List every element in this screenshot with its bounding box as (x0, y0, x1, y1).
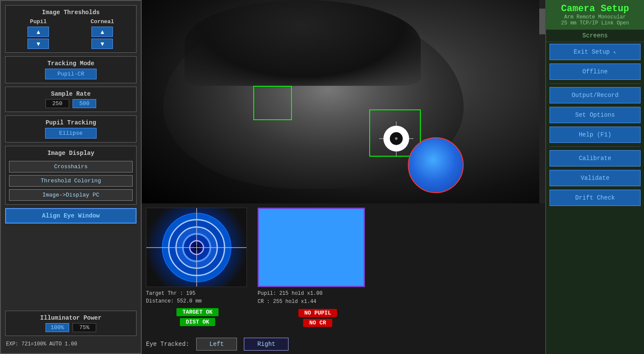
corneal-up-button[interactable]: ▲ (91, 27, 113, 37)
offline-button[interactable]: Offline (550, 64, 641, 80)
pupil-marker: ⊕ (379, 121, 413, 156)
scrollbar-thumb[interactable] (539, 9, 545, 34)
drift-check-button[interactable]: Drift Check (550, 190, 641, 206)
pupil-info-text: Pupil: 215 hold x1.00 (258, 290, 378, 298)
camera-scrollbar[interactable] (539, 0, 545, 203)
pupil-tracking-section: Pupil Tracking Ellipse (5, 115, 137, 142)
right-eye-panel: Pupil: 215 hold x1.00 CR : 255 hold x1.4… (258, 208, 378, 330)
sample-rate-section: Sample Rate (5, 87, 137, 112)
cr-info-text: CR : 255 hold x1.44 (258, 298, 378, 306)
sample-rate-input-1[interactable] (46, 99, 69, 108)
left-eye-panel: Target Thr : 195 Distance: 552.0 mm TARG… (146, 208, 249, 330)
no-cr-badge: NO CR (303, 319, 332, 327)
tracking-mode-button[interactable]: Pupil-CR (45, 69, 97, 79)
validate-button[interactable]: Validate (550, 170, 641, 186)
right-eye-background (259, 209, 364, 286)
camera-setup-header: Camera Setup Arm Remote Monocular 25 mm … (546, 0, 644, 30)
left-panel: Image Thresholds Pupil ▲ ▼ Corneal ▲ ▼ T… (0, 0, 142, 354)
camera-setup-sub1: Arm Remote Monocular (550, 14, 641, 20)
hair-area (185, 0, 421, 86)
image-thresholds-title: Image Thresholds (9, 9, 133, 16)
pupil-circle-inner: ⊕ (390, 132, 403, 145)
no-pupil-badge: NO PUPIL (298, 309, 337, 317)
camera-view: ⊕ (142, 0, 545, 203)
divider-1 (550, 83, 641, 84)
pupil-tracking-title: Pupil Tracking (9, 119, 133, 126)
pupil-label: Pupil (30, 18, 47, 25)
distance-text: Distance: 552.0 mm (146, 297, 249, 305)
left-eye-info: Target Thr : 195 Distance: 552.0 mm (146, 290, 249, 305)
tracking-mode-section: Tracking Mode Pupil-CR (5, 56, 137, 83)
calibrate-button[interactable]: Calibrate (550, 150, 641, 166)
right-panel: Camera Setup Arm Remote Monocular 25 mm … (545, 0, 644, 354)
pupil-circle-outer: ⊕ (383, 126, 409, 151)
image-thresholds-section: Image Thresholds Pupil ▲ ▼ Corneal ▲ ▼ (5, 5, 137, 53)
crosshairs-button[interactable]: Crosshairs (9, 161, 133, 172)
exp-line: EXP: 721=100% AUTO 1.00 (5, 339, 137, 349)
pupil-up-button[interactable]: ▲ (27, 27, 49, 37)
bottom-panels: Target Thr : 195 Distance: 552.0 mm TARG… (142, 203, 545, 334)
left-eye-button[interactable]: Left (196, 338, 237, 351)
screens-label: Screens (546, 30, 644, 42)
corneal-label: Corneal (91, 18, 114, 25)
right-eye-status-badges: NO PUPIL NO CR (258, 309, 378, 327)
sample-rate-input-2[interactable] (73, 99, 96, 108)
tracking-mode-title: Tracking Mode (9, 60, 133, 67)
target-ok-badge: TARGET OK (176, 308, 219, 316)
eye-tracked-row: Eye Tracked: Left Right (142, 334, 545, 354)
align-eye-window-button[interactable]: Align Eye Window (5, 208, 137, 224)
image-display-title: Image Display (9, 150, 133, 157)
blue-blob-corneal (408, 137, 464, 193)
pupil-tracking-button[interactable]: Ellipse (45, 128, 97, 139)
corneal-down-button[interactable]: ▼ (91, 39, 113, 49)
center-panel: ⊕ (142, 0, 545, 354)
cursor-icon: ↖ (614, 49, 617, 55)
left-eye-status-badges: TARGET OK DIST OK (146, 308, 249, 327)
divider-2 (550, 146, 641, 147)
target-thr-text: Target Thr : 195 (146, 290, 249, 297)
threshold-coloring-button[interactable]: Threshold Coloring (9, 175, 133, 187)
exit-setup-button[interactable]: Exit Setup ↖ (550, 44, 641, 60)
help-button[interactable]: Help (F1) (550, 127, 641, 143)
set-options-button[interactable]: Set Options (550, 107, 641, 123)
illuminator-power-input-1[interactable] (46, 323, 69, 332)
illuminator-power-title: Illuminator Power (9, 315, 133, 321)
pupil-down-button[interactable]: ▼ (27, 39, 49, 49)
output-record-button[interactable]: Output/Record (550, 87, 641, 103)
pupil-threshold: Pupil ▲ ▼ (27, 18, 49, 49)
corneal-threshold: Corneal ▲ ▼ (91, 18, 114, 49)
right-eye-info: Pupil: 215 hold x1.00 CR : 255 hold x1.4… (258, 290, 378, 306)
right-eye-image (258, 208, 365, 287)
illuminator-power-input-2[interactable] (73, 323, 96, 332)
right-eye-button[interactable]: Right (244, 338, 289, 351)
left-eye-image (146, 208, 247, 287)
sample-rate-title: Sample Rate (9, 91, 133, 97)
eye-tracked-label: Eye Tracked: (146, 341, 189, 348)
eye-rings-svg (146, 208, 247, 287)
tracking-box-1 (253, 86, 292, 120)
camera-setup-sub2: 25 mm TCP/IP Link Open (550, 20, 641, 26)
illuminator-power-section: Illuminator Power (5, 311, 137, 336)
image-display-pc-button[interactable]: Image->Display PC (9, 189, 133, 201)
dist-ok-badge: DIST OK (180, 318, 216, 326)
camera-setup-title: Camera Setup (550, 3, 641, 14)
image-display-section: Image Display Crosshairs Threshold Color… (5, 146, 137, 205)
